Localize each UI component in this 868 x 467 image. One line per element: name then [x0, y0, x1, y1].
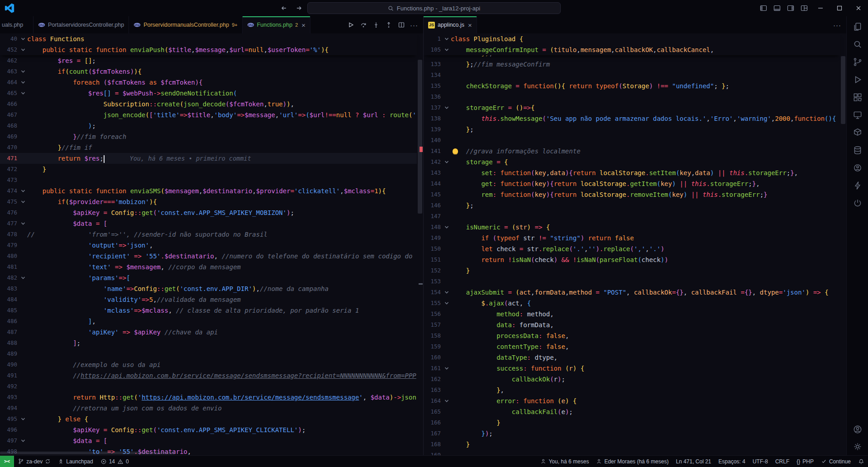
settings-gear-icon[interactable] [852, 441, 863, 453]
scrollbar-thumb[interactable] [0, 452, 175, 454]
code-line[interactable]: 476 $apiKey = Config::get('const.env.APP… [0, 207, 417, 218]
fold-chevron-icon[interactable] [443, 160, 451, 164]
power-icon[interactable] [852, 197, 863, 209]
branch-indicator[interactable]: za-dev [14, 456, 54, 467]
code-line[interactable]: 136 [424, 91, 840, 102]
code-line[interactable]: 151 return !isNaN(check) && !isNaN(parse… [424, 254, 840, 265]
continue-extension-indicator[interactable]: Continue [817, 456, 854, 467]
scrollbar-thumb[interactable] [418, 60, 422, 214]
code-line[interactable]: 488 ]; [0, 338, 417, 348]
problems-indicator[interactable]: 14 0 [97, 456, 133, 467]
code-line[interactable]: 40class Functions [0, 33, 417, 44]
tab-functions-php[interactable]: php Functions.php 2 × [243, 16, 310, 33]
code-line[interactable]: 463 if(count($fcmTokens)){ [0, 66, 417, 77]
code-line[interactable]: 464 foreach ($fcmTokens as $fcmToken){ [0, 77, 417, 88]
maximize-button[interactable] [830, 0, 849, 16]
code-line[interactable]: 134 [424, 70, 840, 81]
code-line[interactable]: 148 isNumeric = (str) => { [424, 222, 840, 233]
files-icon[interactable] [852, 21, 863, 33]
code-line[interactable]: 150 let check = str.replace('.','').repl… [424, 243, 840, 254]
forward-icon[interactable] [294, 3, 305, 14]
code-line[interactable]: 489 [0, 348, 417, 359]
fold-chevron-icon[interactable] [443, 37, 451, 41]
database-icon[interactable] [852, 144, 863, 156]
code-line[interactable]: 478// 'from'=>'', //sender-id não suport… [0, 229, 417, 240]
minimize-button[interactable] [811, 0, 830, 16]
code-line[interactable]: 465 $res[] = $webPush->sendOneNotificati… [0, 88, 417, 99]
fold-chevron-icon[interactable] [443, 225, 451, 229]
code-line[interactable]: 497 $data = [ [0, 435, 417, 446]
fold-chevron-icon[interactable] [19, 276, 27, 280]
code-line[interactable]: 473 [0, 175, 417, 186]
code-line[interactable]: 1class Pluginsload { [424, 33, 840, 44]
code-line[interactable]: 142 storage = { [424, 157, 840, 167]
editor-group-right[interactable]: 132 });133 };//fim messageConfirm134135 … [424, 33, 846, 455]
code-line[interactable]: 143 set: function(key,data){return local… [424, 167, 840, 178]
blame-you-indicator[interactable]: You, há 6 meses [537, 456, 592, 467]
fold-chevron-icon[interactable] [19, 69, 27, 74]
fold-chevron-icon[interactable] [443, 399, 451, 403]
code-line[interactable]: 105 messageConfirmInput = (titulo,mensag… [424, 44, 840, 55]
language-mode[interactable]: {} PHP [793, 456, 817, 467]
code-line[interactable]: 146 }; [424, 200, 840, 211]
code-line[interactable]: 145 rem: function(key){return localStora… [424, 189, 840, 200]
code-line[interactable]: 481 'text' => $mensagem, //corpo da mens… [0, 262, 417, 272]
close-tab-icon[interactable]: × [468, 21, 472, 29]
fold-chevron-icon[interactable] [19, 48, 27, 52]
code-line[interactable]: 157 data: formData, [424, 319, 840, 330]
code-line[interactable]: 494 //retorna um json com os dados de en… [0, 403, 417, 414]
code-line[interactable]: 141 //grava informações localmente [424, 146, 840, 157]
more-actions-icon[interactable]: ··· [832, 19, 843, 30]
toggle-secondary-sidebar-icon[interactable] [784, 2, 797, 14]
step-out-icon[interactable] [383, 19, 394, 30]
code-line[interactable]: 490 //exemplo de uso da api [0, 359, 417, 370]
code-line[interactable]: 167 }); [424, 428, 840, 439]
fold-chevron-icon[interactable] [19, 91, 27, 95]
code-line[interactable]: 166 } [424, 417, 840, 428]
fold-chevron-icon[interactable] [19, 221, 27, 226]
indentation-indicator[interactable]: Espaços: 4 [715, 456, 749, 467]
close-tab-icon[interactable]: × [301, 21, 305, 29]
code-line[interactable]: 474 public static function enviaSMS($men… [0, 186, 417, 196]
code-line[interactable]: 452 public static function enviaPush($ti… [0, 44, 417, 55]
blame-author-indicator[interactable]: Eder Moraes (há 6 meses) [592, 456, 672, 467]
code-line[interactable]: 485 'mclass'=>$mclass, // classe de alta… [0, 305, 417, 316]
code-line[interactable]: 486 ], [0, 316, 417, 327]
source-control-icon[interactable] [852, 56, 863, 68]
editor-group-left[interactable]: 462 $res = [];463 if(count($fcmTokens)){… [0, 33, 424, 455]
code-line[interactable]: 135 checkStorage = function(){ return ty… [424, 81, 840, 91]
toggle-sidebar-icon[interactable] [757, 2, 770, 14]
code-line[interactable]: 168 } [424, 439, 840, 450]
code-line[interactable]: 480 'recipient' => '55'.$destinatario, /… [0, 251, 417, 262]
code-line[interactable]: 467 json_encode(['title'=>$title,'body'=… [0, 110, 417, 120]
fold-chevron-icon[interactable] [443, 290, 451, 295]
step-over-icon[interactable] [358, 19, 369, 30]
scrollbar-vertical[interactable] [417, 33, 423, 455]
remote-indicator[interactable]: >< [0, 456, 14, 467]
code-line[interactable]: 160 dataType: dtype, [424, 352, 840, 363]
encoding-indicator[interactable]: UTF-8 [749, 456, 772, 467]
fold-chevron-icon[interactable] [19, 200, 27, 204]
code-line[interactable]: 477 $data = [ [0, 218, 417, 229]
code-line[interactable]: 137 storageErr = ()=>{ [424, 102, 840, 113]
code-line[interactable]: 469 }//fim foreach [0, 131, 417, 142]
code-line[interactable]: 164 error: function (e) { [424, 396, 840, 406]
code-line[interactable]: 483 'name'=>Config::get('const.env.APP_D… [0, 283, 417, 294]
fold-chevron-icon[interactable] [443, 48, 451, 52]
code-line[interactable]: 147 [424, 211, 840, 222]
account-icon[interactable] [852, 424, 863, 435]
code-line[interactable]: 153 [424, 276, 840, 287]
fold-chevron-icon[interactable] [443, 366, 451, 371]
code-line[interactable]: 479 'output'=>'json', [0, 240, 417, 251]
code-line[interactable]: 468 ); [0, 120, 417, 131]
code-line[interactable]: 152 } [424, 265, 840, 276]
fold-chevron-icon[interactable] [19, 417, 27, 421]
code-line[interactable]: 484 'validity'=>5,//validade da mensagem [0, 294, 417, 305]
code-line[interactable]: 156 method: method, [424, 309, 840, 319]
code-line[interactable]: 482 'params'=>[ [0, 272, 417, 283]
code-line[interactable]: 163 }, [424, 385, 840, 396]
cursor-position[interactable]: Ln 471, Col 21 [672, 456, 715, 467]
fold-chevron-icon[interactable] [19, 37, 27, 41]
code-line[interactable]: 165 callbackFail(e); [424, 406, 840, 417]
code-line[interactable]: 466 Subscription::create(json_decode($fc… [0, 99, 417, 110]
